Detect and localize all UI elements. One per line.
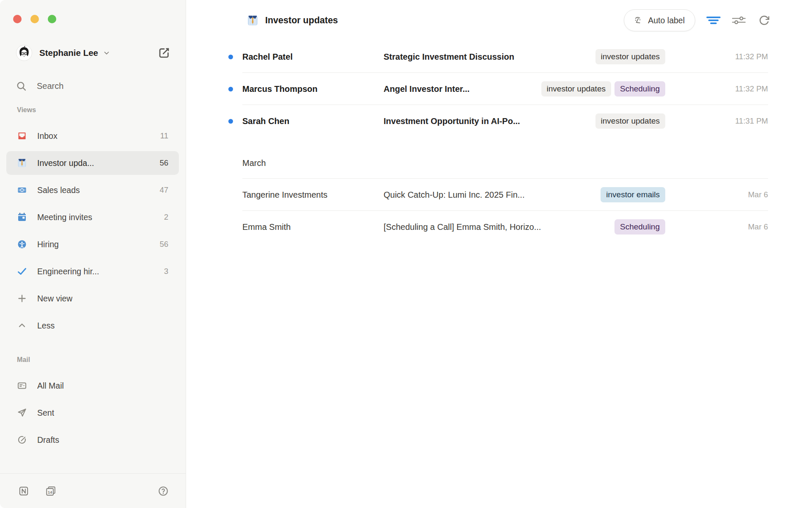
auto-label-button[interactable]: Auto label	[624, 9, 695, 31]
money-icon	[17, 185, 27, 195]
help-icon[interactable]	[158, 486, 169, 497]
email-row[interactable]: Tangerine Investments Quick Catch-Up: Lu…	[186, 179, 812, 211]
email-subject: [Scheduling a Call] Emma Smith, Horizo..…	[384, 222, 614, 232]
zoom-window-button[interactable]	[48, 15, 56, 23]
sidebar-item-engineering-hir[interactable]: Engineering hir... 3	[6, 260, 179, 283]
notion-calendar-icon[interactable]: 14	[45, 486, 56, 497]
page-title: Investor updates	[265, 15, 338, 26]
calendar-icon	[17, 212, 27, 222]
sidebar-item-investor-upda[interactable]: Investor upda... 56	[6, 151, 179, 175]
close-window-button[interactable]	[13, 15, 22, 23]
refresh-button[interactable]	[757, 14, 771, 26]
email-time: 11:32 PM	[665, 52, 768, 61]
sidebar-item-label: Investor upda...	[37, 158, 94, 168]
email-row[interactable]: Marcus Thompson Angel Investor Inter... …	[186, 73, 812, 105]
sidebar-footer: 14	[0, 473, 186, 508]
sidebar-item-label: Sent	[37, 408, 54, 418]
unread-dot	[228, 55, 233, 59]
sidebar-item-less[interactable]: Less	[6, 314, 179, 337]
sidebar-item-label: Sales leads	[37, 185, 80, 195]
email-tags: Scheduling	[614, 219, 665, 235]
email-tags: investor updates	[595, 49, 665, 64]
sidebar-item-label: Less	[37, 321, 55, 331]
sidebar-item-label: Engineering hir...	[37, 267, 99, 276]
email-row[interactable]: Emma Smith [Scheduling a Call] Emma Smit…	[186, 211, 812, 243]
email-tag[interactable]: investor emails	[601, 187, 665, 202]
account-switcher[interactable]: Stephanie Lee	[16, 41, 170, 65]
minimize-window-button[interactable]	[30, 15, 39, 23]
sidebar-item-label: New view	[37, 294, 72, 304]
sidebar-item-label: Inbox	[37, 131, 58, 141]
unread-dot	[228, 87, 233, 91]
sidebar-item-meeting-invites[interactable]: Meeting invites 2	[6, 205, 179, 229]
sidebar-section-label: Mail	[17, 356, 186, 364]
chevron-down-icon	[103, 49, 110, 57]
window-controls	[13, 15, 56, 23]
email-tag[interactable]: investor updates	[595, 49, 665, 64]
email-sender: Marcus Thompson	[242, 84, 384, 94]
email-tags: investor emails	[601, 187, 665, 202]
search-icon	[16, 81, 27, 91]
sent-icon	[17, 408, 27, 418]
date-group-label: March	[242, 158, 768, 179]
notion-logo-icon[interactable]	[18, 486, 29, 497]
sidebar-item-sent[interactable]: Sent	[6, 401, 179, 425]
sidebar-item-new-view[interactable]: New view	[6, 287, 179, 310]
email-subject: Investment Opportunity in AI-Po...	[384, 116, 595, 126]
email-subject: Quick Catch-Up: Lumi Inc. 2025 Fin...	[384, 190, 601, 200]
email-sender: Tangerine Investments	[242, 190, 384, 200]
sidebar-sections: Views Inbox 11 Investor upda... 56 Sales…	[0, 106, 186, 455]
notion-mail-window: Stephanie Lee Search Views Inbox 11 Inve…	[0, 0, 812, 508]
search-label: Search	[37, 81, 63, 91]
necktie-icon	[247, 14, 259, 27]
email-row[interactable]: Sarah Chen Investment Opportunity in AI-…	[186, 105, 812, 137]
email-time: 11:32 PM	[665, 84, 768, 94]
display-settings-button[interactable]	[732, 14, 746, 26]
sidebar-item-inbox[interactable]: Inbox 11	[6, 124, 179, 148]
sidebar-item-count: 56	[159, 158, 168, 168]
email-tag[interactable]: Scheduling	[614, 81, 665, 97]
unread-dot	[228, 119, 233, 124]
sidebar: Stephanie Lee Search Views Inbox 11 Inve…	[0, 0, 186, 508]
svg-text:14: 14	[48, 490, 52, 494]
sidebar-item-count: 47	[159, 185, 168, 195]
all-mail-icon	[17, 381, 27, 391]
email-tags: investor updates	[595, 113, 665, 129]
sidebar-item-label: All Mail	[37, 381, 64, 391]
filter-button[interactable]	[706, 14, 721, 26]
email-sender: Rachel Patel	[242, 52, 384, 62]
hiring-icon	[17, 239, 27, 249]
sidebar-item-count: 2	[164, 213, 168, 222]
sidebar-item-count: 11	[160, 131, 168, 141]
email-sender: Sarah Chen	[242, 116, 384, 126]
sidebar-item-count: 56	[159, 240, 168, 249]
email-tag[interactable]: investor updates	[595, 113, 665, 129]
email-time: 11:31 PM	[665, 116, 768, 126]
plus-icon	[17, 293, 27, 304]
email-tag[interactable]: Scheduling	[614, 219, 665, 235]
search-button[interactable]: Search	[16, 77, 170, 95]
sidebar-item-all-mail[interactable]: All Mail	[6, 374, 179, 398]
view-toolbar: Auto label	[624, 9, 771, 31]
email-time: Mar 6	[665, 222, 768, 232]
auto-label-text: Auto label	[648, 16, 685, 25]
view-header: Investor updates Auto label	[186, 0, 812, 41]
email-list: Rachel Patel Strategic Investment Discus…	[186, 41, 812, 508]
email-sender: Emma Smith	[242, 222, 384, 232]
email-row[interactable]: Rachel Patel Strategic Investment Discus…	[186, 41, 812, 73]
profile-name: Stephanie Lee	[39, 48, 98, 58]
drafts-icon	[17, 435, 27, 445]
compose-button[interactable]	[158, 47, 170, 59]
email-time: Mar 6	[665, 190, 768, 199]
sidebar-item-label: Hiring	[37, 240, 59, 249]
sidebar-section-label: Views	[17, 106, 186, 114]
sidebar-item-hiring[interactable]: Hiring 56	[6, 232, 179, 256]
check-icon	[17, 266, 27, 276]
sidebar-item-label: Meeting invites	[37, 213, 92, 222]
sidebar-item-drafts[interactable]: Drafts	[6, 428, 179, 452]
mail-list-pane: Investor updates Auto label Rachel Patel…	[186, 0, 812, 508]
sidebar-item-label: Drafts	[37, 435, 59, 445]
sidebar-item-sales-leads[interactable]: Sales leads 47	[6, 178, 179, 202]
necktie-icon	[17, 158, 27, 168]
email-tag[interactable]: investor updates	[541, 81, 611, 97]
